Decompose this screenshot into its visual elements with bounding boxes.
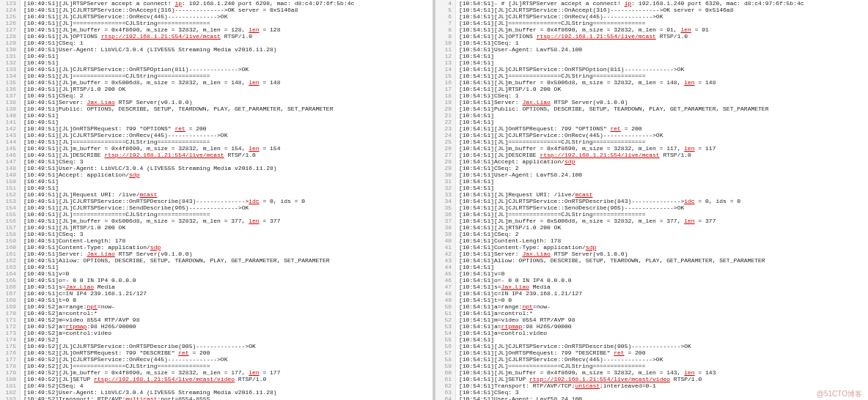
code-line[interactable]: 167[10:49:51]c=IN IP4 239.168.1.21/127 <box>0 290 433 297</box>
code-line[interactable]: 20[10:54:51]Public: OPTIONS, DESCRIBE, S… <box>435 105 868 112</box>
code-line[interactable]: 146[10:49:51][JL]DESCRIBE rtsp://192.168… <box>0 152 433 158</box>
code-line[interactable]: 178[10:49:52][JL]===============CJLStrin… <box>0 363 433 369</box>
code-line[interactable]: 151[10:49:51] <box>0 185 433 191</box>
code-line[interactable]: 5[10:54:51][JL]CJLRTSPService::OnAccept(… <box>435 7 868 13</box>
code-line[interactable]: 154[10:49:51][JL]CJLRTSPService::SendDes… <box>0 204 433 211</box>
code-line[interactable]: 52[10:54:51]m=video 8554 RTP/AVP 98 <box>435 316 868 323</box>
left-code-lines[interactable]: 123[10:49:51][JL]RTSPServer accept a con… <box>0 0 433 400</box>
code-line[interactable]: 46[10:54:51]o=- 0 0 IN IP4 0.0.0.0 <box>435 277 868 284</box>
code-line[interactable]: 47[10:54:51]s=Jax.Liao Media <box>435 284 868 290</box>
code-line[interactable]: 33[10:54:51][JL]Request URI: /live/mcast <box>435 191 868 198</box>
code-line[interactable]: 16[10:54:51][JL]m_buffer = 0x5006d8, m_s… <box>435 79 868 86</box>
code-line[interactable]: 155[10:49:51][JL]===============CJLStrin… <box>0 211 433 218</box>
code-line[interactable]: 64[10:54:51]User-Agent: Lavf58.24.100 <box>435 396 868 400</box>
code-line[interactable]: 144[10:49:51][JL]===============CJLStrin… <box>0 138 433 145</box>
code-line[interactable]: 24[10:54:51][JL]CJLRTSPService::OnRecv(4… <box>435 132 868 138</box>
code-line[interactable]: 123[10:49:51][JL]RTSPServer accept a con… <box>0 0 433 7</box>
code-line[interactable]: 26[10:54:51][JL]m_buffer = 0x4f8690, m_s… <box>435 145 868 152</box>
code-line[interactable]: 181[10:49:52]CSeq: 4 <box>0 382 433 389</box>
code-line[interactable]: 145[10:49:51][JL]m_buffer = 0x4f8690, m_… <box>0 145 433 152</box>
code-line[interactable]: 7[10:54:51][JL]===============CJLString=… <box>435 20 868 26</box>
code-line[interactable]: 4[10:54:51]- # [JL]RTSPServer accept a c… <box>435 0 868 7</box>
code-line[interactable]: 21[10:54:51] <box>435 112 868 119</box>
code-line[interactable]: 57[10:54:51][JL]OnRTSPRequest: 799 "DESC… <box>435 349 868 356</box>
code-line[interactable]: 147[10:49:51]CSeq: 3 <box>0 158 433 165</box>
code-line[interactable]: 23[10:54:51][JL]OnRTSPRequest: 799 "OPTI… <box>435 125 868 132</box>
code-line[interactable]: 165[10:49:51]o=- 0 0 IN IP4 0.0.0.0 <box>0 277 433 284</box>
code-line[interactable]: 43[10:54:51]Allow: OPTIONS, DESCRIBE, SE… <box>435 257 868 264</box>
code-line[interactable]: 29[10:54:51]CSeq: 2 <box>435 165 868 171</box>
code-line[interactable]: 174[10:49:52] <box>0 336 433 343</box>
code-line[interactable]: 148[10:49:51]User-Agent: LibVLC/3.0.4 (L… <box>0 165 433 171</box>
code-line[interactable]: 61[10:54:51][JL]SETUP rtsp://192.168.1.2… <box>435 376 868 382</box>
code-line[interactable]: 12[10:54:51] <box>435 53 868 59</box>
code-line[interactable]: 35[10:54:51][JL]CJLRTSPService::SendDesc… <box>435 204 868 211</box>
code-line[interactable]: 8[10:54:51][JL]m_buffer = 0x4f8690, m_si… <box>435 26 868 33</box>
code-line[interactable]: 162[10:49:51]Allow: OPTIONS, DESCRIBE, S… <box>0 257 433 264</box>
code-line[interactable]: 49[10:54:51]t=0 0 <box>435 297 868 303</box>
code-line[interactable]: 160[10:49:51]Content-Type: application/s… <box>0 244 433 251</box>
code-line[interactable]: 39[10:54:51]CSeq: 2 <box>435 231 868 237</box>
code-line[interactable]: 34[10:54:51][JL]CJLRTSPService::OnRTSPDe… <box>435 198 868 204</box>
code-line[interactable]: 62[10:54:51]Transport: RTP/AVP/TCP;unica… <box>435 382 868 389</box>
code-line[interactable]: 6[10:54:51][JL]CJLRTSPService::OnRecv(44… <box>435 13 868 20</box>
code-line[interactable]: 59[10:54:51][JL]===============CJLString… <box>435 363 868 369</box>
code-line[interactable]: 124[10:49:51][JL]CJLRTSPService::OnAccep… <box>0 7 433 13</box>
code-line[interactable]: 179[10:49:52][JL]m_buffer = 0x4f8690, m_… <box>0 369 433 376</box>
code-line[interactable]: 173[10:49:52]a=control:video <box>0 330 433 336</box>
code-line[interactable]: 56[10:54:51][JL]CJLRTSPService::OnRTSPDe… <box>435 343 868 349</box>
code-line[interactable]: 135[10:49:51][JL]m_buffer = 0x5006d8, m_… <box>0 79 433 86</box>
code-line[interactable]: 40[10:54:51]Content-Length: 178 <box>435 237 868 244</box>
code-line[interactable]: 139[10:49:51]Public: OPTIONS, DESCRIBE, … <box>0 105 433 112</box>
code-line[interactable]: 10[10:54:51]CSeq: 1 <box>435 40 868 46</box>
code-line[interactable]: 171[10:49:52]m=video 8554 RTP/AVP 98 <box>0 316 433 323</box>
code-line[interactable]: 19[10:54:51]Server: Jax.Liao RTSP Server… <box>435 99 868 105</box>
code-line[interactable]: 126[10:49:51][JL]===============CJLStrin… <box>0 20 433 26</box>
right-code-lines[interactable]: 4[10:54:51]- # [JL]RTSPServer accept a c… <box>435 0 868 400</box>
code-line[interactable]: 150[10:49:51] <box>0 178 433 185</box>
code-line[interactable]: 164[10:49:51]v=0 <box>0 270 433 277</box>
code-line[interactable]: 58[10:54:51][JL]CJLRTSPService::OnRecv(4… <box>435 356 868 363</box>
code-line[interactable]: 14[10:54:51][JL]CJLRTSPService::OnRTSPOp… <box>435 66 868 73</box>
code-line[interactable]: 183[10:49:52]Transport: RTP/AVP;multicas… <box>0 396 433 400</box>
right-pane[interactable]: 4[10:54:51]- # [JL]RTSPServer accept a c… <box>435 0 868 400</box>
code-line[interactable]: 163[10:49:51] <box>0 264 433 270</box>
code-line[interactable]: 152[10:49:51][JL]Request URI: /live/mcas… <box>0 191 433 198</box>
code-line[interactable]: 140[10:49:51] <box>0 112 433 119</box>
code-line[interactable]: 30[10:54:51]User-Agent: Lavf58.24.100 <box>435 171 868 178</box>
left-pane[interactable]: 123[10:49:51][JL]RTSPServer accept a con… <box>0 0 435 400</box>
code-line[interactable]: 136[10:49:51][JL]RTSP/1.0 200 OK <box>0 86 433 92</box>
code-line[interactable]: 41[10:54:51]Content-Type: application/sd… <box>435 244 868 251</box>
code-line[interactable]: 38[10:54:51][JL]RTSP/1.0 200 OK <box>435 224 868 231</box>
code-line[interactable]: 132[10:49:51] <box>0 59 433 66</box>
code-line[interactable]: 169[10:49:52]a=range:npt=now- <box>0 303 433 310</box>
code-line[interactable]: 60[10:54:51][JL]m_buffer = 0x4f8690, m_s… <box>435 369 868 376</box>
code-line[interactable]: 129[10:49:51]CSeq: 1 <box>0 40 433 46</box>
code-line[interactable]: 182[10:49:52]User-Agent: LibVLC/3.0.4 (L… <box>0 389 433 396</box>
code-line[interactable]: 161[10:49:51]Server: Jax.Liao RTSP Serve… <box>0 251 433 257</box>
code-line[interactable]: 170[10:49:52]a=control:* <box>0 310 433 316</box>
code-line[interactable]: 51[10:54:51]a=control:* <box>435 310 868 316</box>
code-line[interactable]: 125[10:49:51][JL]CJLRTSPService::OnRecv(… <box>0 13 433 20</box>
code-line[interactable]: 127[10:49:51][JL]m_buffer = 0x4f8690, m_… <box>0 26 433 33</box>
code-line[interactable]: 50[10:54:51]a=range:npt=now- <box>435 303 868 310</box>
code-line[interactable]: 55[10:54:51] <box>435 336 868 343</box>
code-line[interactable]: 138[10:49:51]Server: Jax.Liao RTSP Serve… <box>0 99 433 105</box>
code-line[interactable]: 172[10:49:52]a=rtpmap:98 H265/90000 <box>0 323 433 330</box>
code-line[interactable]: 175[10:49:52][JL]CJLRTSPService::OnRTSPD… <box>0 343 433 349</box>
code-line[interactable]: 42[10:54:51]Server: Jax.Liao RTSP Server… <box>435 251 868 257</box>
code-line[interactable]: 166[10:49:51]s=Jax.Liao Media <box>0 284 433 290</box>
code-line[interactable]: 9[10:54:51][JL]OPTIONS rtsp://192.168.1.… <box>435 33 868 40</box>
code-line[interactable]: 27[10:54:51][JL]DESCRIBE rtsp://192.168.… <box>435 152 868 158</box>
code-line[interactable]: 130[10:49:51]User-Agent: LibVLC/3.0.4 (L… <box>0 46 433 53</box>
code-line[interactable]: 22[10:54:51] <box>435 119 868 125</box>
code-line[interactable]: 168[10:49:51]t=0 0 <box>0 297 433 303</box>
code-line[interactable]: 17[10:54:51][JL]RTSP/1.0 200 OK <box>435 86 868 92</box>
code-line[interactable]: 45[10:54:51]v=0 <box>435 270 868 277</box>
code-line[interactable]: 158[10:49:51]CSeq: 3 <box>0 231 433 237</box>
code-line[interactable]: 15[10:54:51][JL]===============CJLString… <box>435 73 868 79</box>
code-line[interactable]: 176[10:49:52][JL]OnRTSPRequest: 799 "DES… <box>0 349 433 356</box>
code-line[interactable]: 28[10:54:51]Accept: application/sdp <box>435 158 868 165</box>
code-line[interactable]: 53[10:54:51]a=rtpmap:98 H265/90000 <box>435 323 868 330</box>
code-line[interactable]: 133[10:49:51][JL]CJLRTSPService::OnRTSPO… <box>0 66 433 73</box>
